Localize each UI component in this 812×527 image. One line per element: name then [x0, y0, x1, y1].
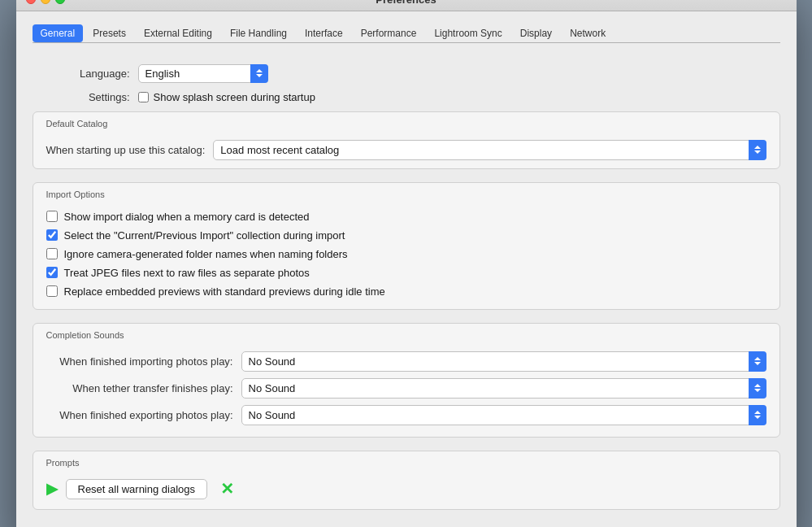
catalog-select[interactable]: Load most recent catalog Prompt me when … — [213, 140, 766, 160]
sound-tether-label: When tether transfer finishes play: — [46, 382, 233, 394]
show-splash-checkbox[interactable] — [138, 92, 149, 102]
sound-exporting-label: When finished exporting photos play: — [46, 409, 233, 421]
select-current-import-checkbox[interactable] — [46, 229, 58, 241]
maximize-button[interactable] — [55, 0, 65, 4]
tab-interface[interactable]: Interface — [297, 24, 351, 42]
sound-row-tether: When tether transfer finishes play: No S… — [46, 378, 766, 399]
sound-exporting-select[interactable]: No Sound — [241, 405, 766, 425]
tab-performance[interactable]: Performance — [353, 24, 425, 42]
ignore-camera-folders-label: Ignore camera-generated folder names whe… — [64, 248, 348, 260]
window-title: Preferences — [376, 0, 436, 6]
catalog-select-wrapper: Load most recent catalog Prompt me when … — [213, 140, 766, 160]
language-select-wrapper: English — [138, 64, 268, 83]
reset-warning-dialogs-button[interactable]: Reset all warning dialogs — [66, 479, 208, 499]
sound-row-exporting: When finished exporting photos play: No … — [46, 405, 766, 425]
catalog-row-label: When starting up use this catalog: — [46, 144, 206, 156]
settings-row: Settings: Show splash screen during star… — [33, 91, 780, 103]
prompts-content: ▶ Reset all warning dialogs ✕ — [33, 471, 779, 509]
title-bar: Preferences — [16, 0, 797, 11]
import-option-3: Ignore camera-generated folder names whe… — [46, 248, 766, 260]
lang-settings-area: Language: English Settings: Show splash — [33, 59, 780, 111]
select-current-import-label: Select the "Current/Previous Import" col… — [64, 229, 345, 242]
replace-embedded-checkbox[interactable] — [46, 285, 58, 297]
green-x-icon: ✕ — [220, 479, 234, 499]
import-option-5: Replace embedded previews with standard … — [46, 285, 766, 298]
treat-jpeg-checkbox[interactable] — [46, 267, 58, 278]
sound-exporting-wrapper: No Sound — [241, 405, 766, 425]
sound-importing-select[interactable]: No Sound — [241, 351, 766, 372]
show-splash-label: Show splash screen during startup — [154, 91, 315, 103]
tab-bar: General Presets External Editing File Ha… — [33, 24, 780, 43]
completion-sounds-content: When finished importing photos play: No … — [33, 343, 779, 437]
treat-jpeg-label: Treat JPEG files next to raw files as se… — [64, 267, 310, 279]
replace-embedded-label: Replace embedded previews with standard … — [64, 285, 385, 298]
tab-display[interactable]: Display — [512, 24, 560, 42]
default-catalog-label: Default Catalog — [33, 112, 779, 132]
tab-general[interactable]: General — [33, 24, 84, 42]
tab-presets[interactable]: Presets — [85, 24, 134, 42]
completion-sounds-label: Completion Sounds — [33, 324, 779, 343]
preferences-window: Preferences General Presets External Edi… — [16, 0, 797, 527]
settings-label: Settings: — [33, 91, 130, 103]
import-options-label: Import Options — [33, 183, 779, 203]
content-area: General Presets External Editing File Ha… — [16, 11, 797, 528]
default-catalog-section: Default Catalog When starting up use thi… — [33, 111, 780, 169]
sound-tether-select[interactable]: No Sound — [241, 378, 766, 399]
import-option-4: Treat JPEG files next to raw files as se… — [46, 267, 766, 279]
minimize-button[interactable] — [41, 0, 50, 4]
tab-lightroom-sync[interactable]: Lightroom Sync — [426, 24, 510, 42]
completion-sounds-section: Completion Sounds When finished importin… — [33, 323, 780, 438]
import-options-content: Show import dialog when a memory card is… — [33, 203, 779, 309]
language-label: Language: — [33, 68, 130, 80]
language-row: Language: English — [33, 64, 780, 83]
ignore-camera-folders-checkbox[interactable] — [46, 248, 58, 259]
tab-file-handling[interactable]: File Handling — [222, 24, 295, 42]
catalog-row: When starting up use this catalog: Load … — [33, 132, 779, 168]
language-select[interactable]: English — [138, 64, 268, 83]
import-option-1: Show import dialog when a memory card is… — [46, 211, 766, 223]
prompts-label: Prompts — [33, 451, 779, 471]
sound-row-importing: When finished importing photos play: No … — [46, 351, 766, 372]
tab-network[interactable]: Network — [562, 24, 614, 42]
green-play-icon: ▶ — [46, 480, 58, 498]
show-import-dialog-checkbox[interactable] — [46, 211, 58, 222]
close-button[interactable] — [26, 0, 36, 4]
traffic-lights — [26, 0, 65, 4]
show-import-dialog-label: Show import dialog when a memory card is… — [64, 211, 310, 223]
sound-importing-label: When finished importing photos play: — [46, 355, 233, 368]
sound-importing-wrapper: No Sound — [241, 351, 766, 372]
sound-tether-wrapper: No Sound — [241, 378, 766, 399]
import-options-section: Import Options Show import dialog when a… — [33, 182, 780, 310]
import-option-2: Select the "Current/Previous Import" col… — [46, 229, 766, 242]
prompts-section: Prompts ▶ Reset all warning dialogs ✕ — [33, 451, 780, 510]
tab-external-editing[interactable]: External Editing — [136, 24, 220, 42]
